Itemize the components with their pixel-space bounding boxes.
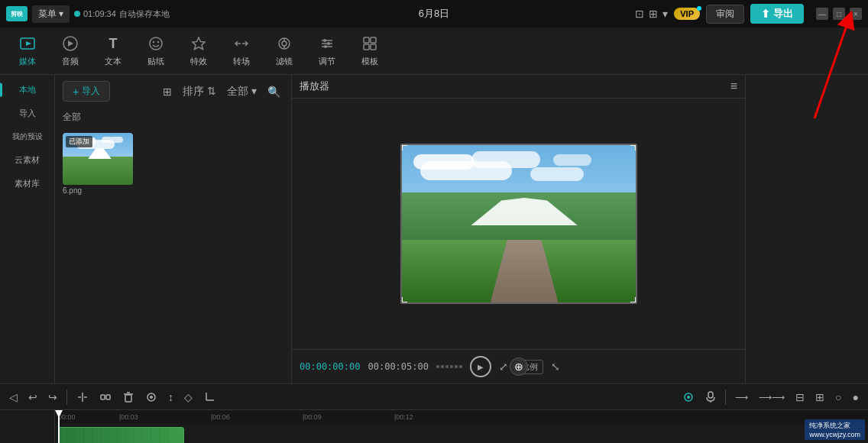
window-controls: — □ ×	[816, 8, 862, 20]
sidebar-item-local[interactable]: 本地	[0, 78, 54, 102]
duration: 00:00:05:00	[368, 361, 428, 372]
title-bar-right: ⊡ ⊞ ▾ VIP 审阅 ⬆ 导出 — □ ×	[635, 4, 862, 24]
preview-grass	[402, 240, 636, 302]
sidebar-item-library[interactable]: 素材库	[0, 172, 54, 196]
dot3	[445, 365, 449, 368]
zoom-in-btn[interactable]: ●	[850, 390, 862, 405]
sep1	[66, 390, 67, 405]
timeline-track-area[interactable]: 00:00 |00:03 |00:06 |00:09 |00:12	[0, 410, 868, 443]
sidebar-item-import[interactable]: 导入	[0, 102, 54, 125]
media-filename-0: 6.png	[63, 185, 133, 196]
search-icon: 🔍	[267, 86, 280, 98]
effects-icon	[189, 34, 208, 53]
snap-icon	[682, 391, 695, 403]
dot1	[436, 365, 439, 368]
corner-handle-br[interactable]	[630, 297, 636, 303]
fit-button[interactable]: ⤢	[499, 361, 508, 373]
dot4	[450, 365, 453, 368]
dot2	[441, 365, 444, 368]
playhead[interactable]	[58, 410, 60, 443]
main-area: 本地 导入 我的预设 云素材 素材库 + 导入 ⊞ 排序 ⇅	[0, 75, 868, 383]
link-btn[interactable]: ⊟	[792, 390, 808, 405]
toolbar-sticker[interactable]: 贴纸	[136, 31, 176, 72]
preview-image	[402, 145, 636, 302]
dot5	[455, 365, 458, 368]
split3-btn[interactable]: ⊞	[812, 390, 828, 405]
title-date: 6月8日	[419, 7, 449, 21]
fullscreen-button[interactable]: ⤡	[551, 361, 560, 373]
prev-snow	[449, 198, 601, 225]
snap-btn[interactable]	[679, 390, 698, 405]
svg-point-14	[323, 39, 326, 42]
toolbar-adjust[interactable]: 调节	[307, 31, 347, 72]
crop-btn[interactable]	[200, 390, 219, 405]
svg-rect-26	[125, 395, 131, 402]
restore-button[interactable]: □	[833, 8, 845, 20]
flip-btn[interactable]: ↕	[165, 390, 177, 405]
toolbar-text[interactable]: T 文本	[93, 31, 133, 72]
toolbar-template[interactable]: 模板	[350, 31, 390, 72]
mountain-bg	[63, 157, 133, 185]
monitor-icon: ⊡	[635, 8, 644, 20]
preview-canvas-area[interactable]: ⊕	[292, 99, 745, 349]
review-button[interactable]: 审阅	[706, 5, 744, 24]
template-icon	[361, 34, 379, 53]
toolbar-effects[interactable]: 特效	[179, 31, 219, 72]
timeline-back-btn[interactable]: ◁	[6, 390, 21, 405]
vip-badge[interactable]: VIP	[674, 8, 700, 20]
dot6	[459, 365, 462, 368]
toolbar-transition[interactable]: 转场	[222, 31, 261, 72]
sort-button[interactable]: 排序 ⇅	[180, 83, 219, 100]
mark-6: |00:06	[211, 413, 230, 421]
toolbar-media[interactable]: 媒体	[8, 31, 47, 72]
track2-btn[interactable]: ⟶⟶	[756, 390, 788, 404]
toolbar-audio[interactable]: 音频	[50, 31, 90, 72]
export-button[interactable]: ⬆ 导出	[750, 4, 804, 24]
play-button[interactable]: ▶	[470, 356, 491, 377]
adjust-icon	[318, 34, 336, 53]
video-clip[interactable]	[58, 427, 184, 443]
delete-btn[interactable]	[119, 390, 138, 405]
keyframe-icon: ◇	[184, 391, 193, 403]
corner-handle-bl[interactable]	[401, 297, 407, 303]
media-grid: 已添加 6.png	[55, 127, 291, 202]
preview-menu-button[interactable]: ≡	[730, 79, 737, 93]
timeline-redo-btn[interactable]: ↪	[45, 390, 60, 405]
corner-handle-tr[interactable]	[630, 144, 636, 150]
watermark: 纯净系统之家 www.ycwjzy.com	[805, 419, 865, 440]
media-all-label: 全部	[55, 108, 291, 127]
track1-btn[interactable]: ⟶	[732, 390, 751, 404]
sidebar-item-cloud[interactable]: 云素材	[0, 148, 54, 172]
mic-icon	[705, 391, 716, 403]
import-plus-icon: +	[73, 86, 79, 98]
crop-icon	[203, 391, 215, 403]
svg-marker-6	[193, 37, 205, 50]
zoom-out-btn[interactable]: ○	[832, 390, 844, 405]
undo-icon: ↩	[28, 391, 37, 403]
cloud3	[102, 137, 123, 143]
track1-icon: ⟶	[735, 392, 748, 403]
minimize-button[interactable]: —	[816, 8, 828, 20]
record-btn[interactable]	[142, 390, 160, 405]
sidebar-item-preset[interactable]: 我的预设	[0, 125, 54, 148]
transform-control[interactable]: ⊕	[510, 357, 528, 376]
mic-btn[interactable]	[702, 390, 719, 405]
close-button[interactable]: ×	[850, 8, 862, 20]
play-icon: ▶	[478, 363, 484, 371]
svg-point-16	[324, 45, 327, 48]
split2-btn[interactable]	[96, 390, 115, 405]
menu-button[interactable]: 菜单 ▾	[32, 5, 70, 23]
media-item-0[interactable]: 已添加 6.png	[63, 133, 133, 196]
corner-handle-tl[interactable]	[401, 144, 407, 150]
split-btn[interactable]	[73, 390, 92, 405]
search-button[interactable]: 🔍	[264, 84, 283, 99]
track2-icon: ⟶⟶	[759, 392, 785, 403]
keyframe-btn[interactable]: ◇	[181, 390, 196, 405]
grid-view-button[interactable]: ⊞	[160, 84, 175, 99]
filter-button[interactable]: 全部 ▾	[224, 83, 260, 100]
toolbar-filter[interactable]: 滤镜	[264, 31, 304, 72]
timeline-undo-btn[interactable]: ↩	[25, 390, 40, 405]
svg-point-4	[153, 41, 154, 43]
prev-cloud4	[530, 167, 584, 181]
import-button[interactable]: + 导入	[63, 81, 110, 102]
